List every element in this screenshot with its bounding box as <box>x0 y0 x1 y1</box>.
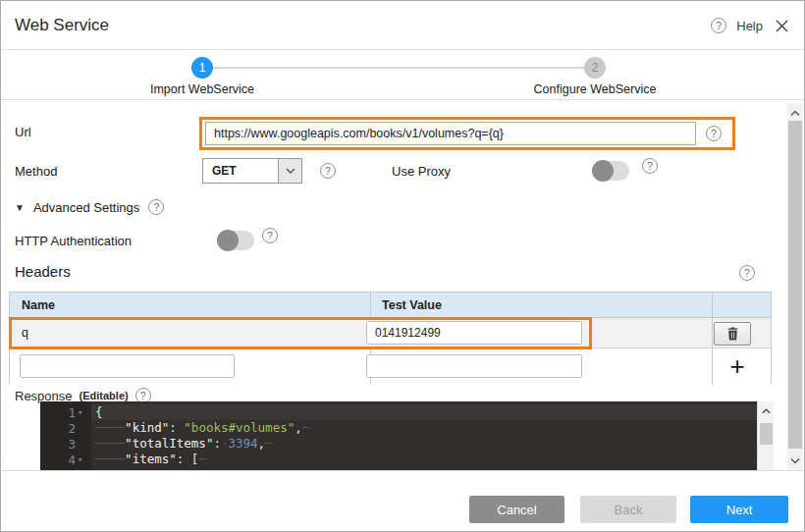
add-row-button[interactable]: + <box>723 351 752 381</box>
delete-row-button[interactable] <box>714 322 751 346</box>
code-line[interactable]: ────"items": [─ <box>91 452 757 467</box>
column-header-name: Name <box>10 293 370 317</box>
section-collapse-caret-icon[interactable]: ▼ <box>15 202 25 213</box>
editor-scrollbar-thumb[interactable] <box>760 423 773 445</box>
main-scrollbar-thumb[interactable] <box>788 121 802 449</box>
column-header-test-value: Test Value <box>370 293 712 317</box>
code-line[interactable]: ────"totalItems":·3394,─ <box>91 436 757 452</box>
title-bar: Web Service Help <box>1 1 804 50</box>
use-proxy-help-icon[interactable] <box>642 158 658 174</box>
http-auth-toggle[interactable] <box>217 231 254 250</box>
code-line[interactable]: { <box>91 404 757 420</box>
step-1-circle[interactable]: 1 <box>191 57 213 79</box>
stepper-connector <box>212 67 585 69</box>
table-header-row: Name Test Value <box>10 293 771 318</box>
response-code-editor[interactable]: 1▾234▾ {────"kind": "books#volumes",────… <box>40 401 757 470</box>
http-auth-label: HTTP Authentication <box>15 234 132 248</box>
table-row: q <box>10 318 771 348</box>
fold-caret-icon[interactable]: ▾ <box>78 407 87 417</box>
headers-section-title: Headers <box>15 263 71 280</box>
advanced-settings-toggle[interactable]: ▼ Advanced Settings <box>15 199 164 215</box>
response-editable-label: (Editable) <box>80 390 129 401</box>
advanced-settings-help-icon[interactable] <box>148 199 164 215</box>
method-help-icon[interactable] <box>320 163 336 179</box>
footer-bar: Cancel Back Next <box>1 470 804 532</box>
scroll-down-icon[interactable] <box>787 452 803 468</box>
trash-icon <box>726 327 739 341</box>
advanced-settings-label: Advanced Settings <box>33 200 139 215</box>
wizard-stepper: 1 2 Import WebService Configure WebServi… <box>1 51 804 100</box>
gutter-line-number: 1▾ <box>40 404 91 420</box>
http-auth-help-icon[interactable] <box>262 228 278 243</box>
web-service-dialog: Web Service Help 1 2 Import WebService C… <box>0 0 805 532</box>
editor-scrollbar[interactable] <box>757 401 774 470</box>
url-highlight-box <box>199 117 735 150</box>
new-header-test-value-input[interactable] <box>366 354 582 378</box>
step-1-label: Import WebService <box>150 82 254 96</box>
chevron-down-icon[interactable] <box>278 159 301 183</box>
header-test-value-input[interactable] <box>366 321 582 345</box>
method-label: Method <box>15 164 57 179</box>
method-dropdown[interactable]: GET <box>202 158 302 184</box>
headers-help-icon[interactable] <box>739 265 755 281</box>
url-label: Url <box>15 125 31 139</box>
use-proxy-label: Use Proxy <box>392 164 451 179</box>
headers-table: Name Test Value q + <box>9 292 772 384</box>
step-2-label: Configure WebService <box>534 82 657 96</box>
back-button[interactable]: Back <box>580 496 676 523</box>
use-proxy-toggle[interactable] <box>592 161 629 181</box>
main-scrollbar[interactable] <box>787 103 803 470</box>
url-input[interactable] <box>205 122 696 145</box>
step-2-circle[interactable]: 2 <box>584 57 606 79</box>
code-line[interactable]: ────"kind": "books#volumes",─ <box>91 420 757 436</box>
gutter-line-number: 4▾ <box>40 452 91 467</box>
cancel-button[interactable]: Cancel <box>469 496 564 523</box>
code-lines[interactable]: {────"kind": "books#volumes",─────"total… <box>91 401 757 470</box>
scroll-up-icon[interactable] <box>787 105 803 121</box>
dialog-title: Web Service <box>15 16 109 35</box>
fold-caret-icon[interactable]: ▾ <box>78 454 87 464</box>
close-icon[interactable] <box>773 17 790 34</box>
next-button[interactable]: Next <box>690 496 788 523</box>
help-icon[interactable] <box>711 18 726 33</box>
url-help-icon[interactable] <box>706 126 722 141</box>
gutter-line-number: 3 <box>40 436 91 452</box>
new-header-name-input[interactable] <box>20 354 235 378</box>
header-name-value[interactable]: q <box>22 326 28 340</box>
gutter-line-number: 2 <box>40 420 91 436</box>
help-link[interactable]: Help <box>736 19 763 33</box>
content-panel: Url Method GET Use Proxy ▼ Advanced Sett… <box>1 101 804 470</box>
table-new-row: + <box>10 348 771 385</box>
method-selected-value: GET <box>203 164 278 178</box>
editor-scroll-up-icon[interactable] <box>758 403 774 419</box>
code-gutter: 1▾234▾ <box>40 401 91 470</box>
